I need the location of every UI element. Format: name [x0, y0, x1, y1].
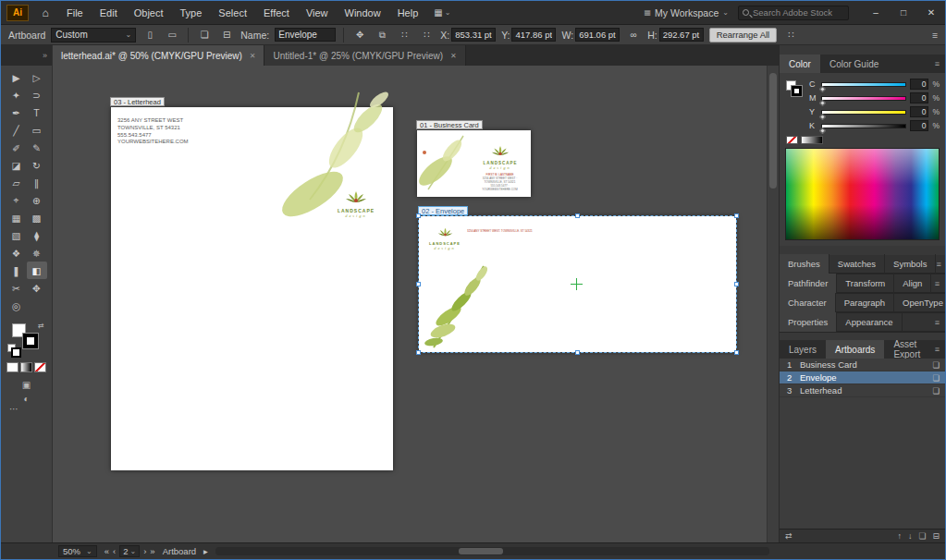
- menu-item[interactable]: Help: [389, 1, 427, 25]
- artboard-page-icon[interactable]: ❏: [932, 373, 940, 383]
- artboard-name[interactable]: Envelope: [800, 372, 932, 383]
- landscape-orientation-button[interactable]: ▭: [164, 27, 180, 43]
- channel-value[interactable]: 0: [910, 79, 928, 90]
- maximize-button[interactable]: □: [890, 1, 917, 25]
- panel-tab[interactable]: Properties: [780, 312, 837, 332]
- artboard-letterhead[interactable]: 03 - Letterhead 3256 ANY STREET WEST TOW…: [111, 107, 393, 470]
- perspective-grid-tool[interactable]: ▦: [6, 209, 27, 226]
- y-input[interactable]: [511, 28, 556, 42]
- artboard-list-row[interactable]: 1 Business Card ❏: [780, 359, 945, 371]
- canvas[interactable]: 03 - Letterhead 3256 ANY STREET WEST TOW…: [53, 66, 779, 542]
- rectangle-tool[interactable]: ▭: [27, 121, 47, 139]
- height-input[interactable]: [659, 28, 704, 42]
- portrait-orientation-button[interactable]: ▯: [141, 27, 158, 43]
- pen-tool[interactable]: ✒: [6, 103, 27, 121]
- panel-menu-icon[interactable]: ≡: [936, 260, 946, 269]
- panel-tab[interactable]: Character: [780, 293, 836, 312]
- screen-mode-icon[interactable]: ◐: [23, 394, 29, 404]
- channel-value[interactable]: 0: [910, 92, 928, 103]
- duplicate-artwork-button[interactable]: ⧉: [374, 27, 390, 43]
- grayscale-ramp[interactable]: [801, 136, 823, 144]
- artboard-tool[interactable]: ◧: [27, 262, 47, 279]
- symbol-sprayer-tool[interactable]: ✵: [27, 244, 47, 262]
- draw-mode-icon[interactable]: ▣: [22, 380, 31, 390]
- eyedropper-tool[interactable]: ⧫: [27, 226, 47, 244]
- panel-menu-icon[interactable]: ≡: [935, 340, 945, 359]
- zoom-tool[interactable]: ◎: [6, 297, 27, 314]
- menu-item[interactable]: Effect: [255, 1, 298, 25]
- menu-item[interactable]: Edit: [92, 1, 126, 25]
- vertical-scrollbar-thumb[interactable]: [769, 73, 777, 189]
- previous-artboard-icon[interactable]: ‹: [113, 546, 116, 556]
- swap-fill-stroke-icon[interactable]: ⇄: [38, 322, 44, 330]
- delete-artboard-button[interactable]: ⊟: [218, 27, 235, 43]
- slider-thumb[interactable]: [819, 99, 826, 105]
- artboard-page-icon[interactable]: ❏: [932, 386, 940, 396]
- home-icon[interactable]: ⌂: [36, 6, 55, 19]
- rearrange-all-button[interactable]: Rearrange All: [709, 28, 778, 43]
- panel-tab[interactable]: Align: [894, 274, 931, 293]
- document-tab[interactable]: Untitled-1* @ 25% (CMYK/GPU Preview) ✕: [264, 45, 465, 66]
- artboard-label-letterhead[interactable]: 03 - Letterhead: [110, 97, 165, 106]
- color-spectrum[interactable]: [785, 148, 940, 240]
- panel-tab[interactable]: Swatches: [829, 254, 885, 274]
- tab-color-guide[interactable]: Color Guide: [820, 55, 888, 73]
- free-transform-tool[interactable]: ⌖: [6, 191, 27, 209]
- artboard-name[interactable]: Business Card: [800, 359, 932, 370]
- artboard-name[interactable]: Letterhead: [800, 385, 932, 396]
- shape-builder-tool[interactable]: ⊕: [27, 191, 47, 209]
- panel-tab[interactable]: Appearance: [837, 312, 902, 332]
- tab-layers[interactable]: Layers: [780, 340, 826, 359]
- column-graph-tool[interactable]: ❚: [6, 262, 27, 279]
- direct-selection-tool[interactable]: ▷: [27, 68, 47, 86]
- zoom-select[interactable]: 50%⌄: [58, 545, 97, 557]
- menu-item[interactable]: Type: [172, 1, 211, 25]
- slider-thumb[interactable]: [819, 127, 826, 133]
- panel-tab[interactable]: Pathfinder: [780, 274, 837, 293]
- rotate-tool[interactable]: ↻: [27, 156, 47, 174]
- arrange-documents-icon[interactable]: ▦⌄: [434, 7, 450, 18]
- close-tab-icon[interactable]: ✕: [450, 52, 457, 60]
- mesh-tool[interactable]: ▩: [27, 209, 47, 226]
- search-input[interactable]: [753, 7, 875, 18]
- panel-tab[interactable]: Symbols: [885, 254, 936, 274]
- artboard-page-icon[interactable]: ❏: [932, 360, 940, 370]
- new-artboard-button[interactable]: ❏: [196, 27, 213, 43]
- reference-point-grid-icon[interactable]: ∷: [396, 27, 412, 43]
- next-artboard-icon[interactable]: ›: [143, 546, 146, 556]
- channel-value[interactable]: 0: [910, 120, 928, 131]
- paintbrush-tool[interactable]: ✐: [6, 139, 27, 156]
- panel-tab[interactable]: Transform: [837, 274, 894, 293]
- width-tool[interactable]: ∥: [27, 174, 47, 191]
- menu-item[interactable]: Select: [210, 1, 255, 25]
- dock-resize-icon[interactable]: ⇄: [785, 531, 792, 541]
- horizontal-scrollbar-thumb[interactable]: [459, 548, 503, 554]
- magic-wand-tool[interactable]: ✦: [6, 86, 27, 103]
- document-tab[interactable]: letterhead.ai* @ 50% (CMYK/GPU Preview) …: [53, 45, 264, 66]
- channel-slider[interactable]: [821, 124, 906, 128]
- artboard-label-business-card[interactable]: 01 - Business Card: [416, 120, 483, 129]
- menu-item[interactable]: Window: [337, 1, 389, 25]
- stroke-color-swatch[interactable]: [23, 334, 38, 348]
- scale-tool[interactable]: ▱: [6, 174, 27, 191]
- panel-tab[interactable]: Paragraph: [836, 293, 894, 312]
- menu-item[interactable]: File: [58, 1, 92, 25]
- gradient-mode-button[interactable]: [20, 362, 32, 372]
- gradient-tool[interactable]: ▧: [6, 226, 27, 244]
- toolbar-collapse-icon[interactable]: »: [43, 51, 47, 60]
- x-input[interactable]: [451, 28, 496, 42]
- move-up-icon[interactable]: ↑: [897, 531, 902, 541]
- artboard-list-row[interactable]: 3 Letterhead ❏: [780, 384, 945, 397]
- vertical-scrollbar[interactable]: [767, 66, 779, 542]
- close-button[interactable]: ✕: [917, 1, 945, 25]
- none-swatch[interactable]: [786, 136, 798, 144]
- panel-tab[interactable]: Brushes: [780, 254, 829, 274]
- preset-dropdown[interactable]: Custom⌄: [51, 28, 136, 43]
- more-tools-icon[interactable]: ⋯: [9, 404, 18, 414]
- artboard-label-envelope[interactable]: 02 - Envelope: [418, 206, 468, 215]
- workspace-switcher[interactable]: ▦My Workspace⌄: [644, 7, 729, 18]
- fill-stroke-indicator[interactable]: [786, 80, 805, 99]
- panel-menu-icon[interactable]: ≡: [935, 279, 945, 288]
- hand-tool[interactable]: ✥: [27, 279, 47, 297]
- minimize-button[interactable]: –: [862, 1, 890, 25]
